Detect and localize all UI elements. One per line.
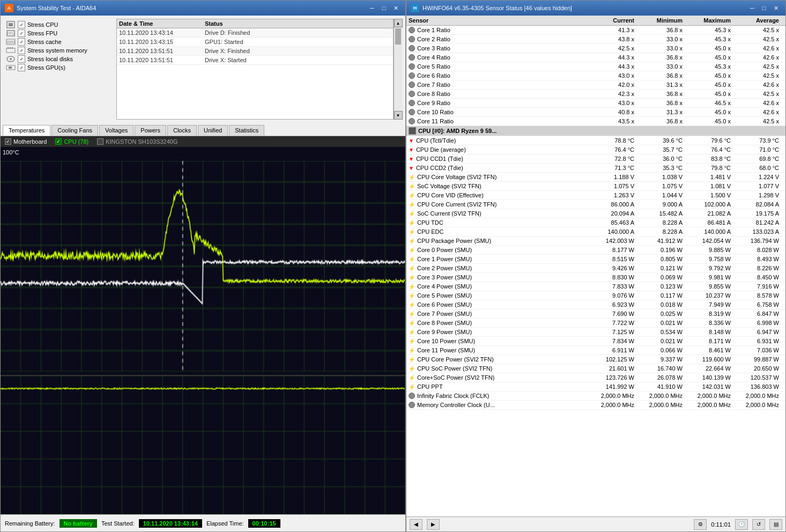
tab-voltages[interactable]: Voltages [99,125,134,136]
stress-cpu-checkbox[interactable]: ✓ [18,21,25,28]
sensor-row: ⚡ CPU Core Power (SVI2 TFN) 102.125 W 9.… [406,355,785,364]
sensor-name: Core 8 Ratio [417,91,450,97]
stress-memory-checkbox[interactable]: ✓ [18,47,25,54]
log-header: Date & Time Status [117,19,393,28]
hwinfo-nav-forward[interactable]: ▶ [427,519,440,530]
sensor-max: 2,000.0 MHz [687,402,735,408]
legend-mb-checkbox[interactable] [5,138,11,145]
battery-value: No battery [60,519,97,528]
legend-kingston-checkbox[interactable] [97,138,103,145]
sensor-row: Infinity Fabric Clock (FCLK) 2,000.0 MHz… [406,391,785,401]
sensor-avg: 69.8 °C [735,156,783,162]
stress-cache-row[interactable]: ✓ Stress cache [6,38,114,46]
sensor-max: 140.000 A [687,228,735,235]
scroll-thumb[interactable] [395,28,401,45]
sensor-max: 142.031 W [687,383,735,390]
log-scrollbar[interactable]: ▲ ▼ [394,19,402,120]
stress-disks-row[interactable]: ✓ Stress local disks [6,55,114,63]
sensor-row: ⚡ Core 3 Power (SMU) 8.830 W 0.069 W 9.9… [406,273,785,282]
sensor-current: 43.0 x [590,100,639,106]
stress-area: ✓ Stress CPU FPU ✓ Stress FPU ✓ Stress c… [1,16,405,123]
tab-unified[interactable]: Unified [198,125,228,136]
sensor-avg: 7.036 W [735,347,783,353]
tab-clocks[interactable]: Clocks [167,125,197,136]
aida-window: A System Stability Test - AIDA64 ─ □ ✕ ✓… [0,0,406,532]
sensor-name-cell: ⚡ CPU EDC [409,228,590,235]
sensor-name: Core 11 Ratio [417,118,454,124]
hwinfo-export-btn[interactable]: ▤ [769,519,782,530]
sensor-current: 21.601 W [590,365,639,372]
lightning-icon: ⚡ [409,247,415,253]
legend-cpu-checkbox[interactable] [55,138,62,145]
sensor-name-cell: ⚡ SoC Voltage (SVI2 TFN) [409,183,590,189]
sensor-current: 7.125 W [590,329,639,335]
circle-icon [409,82,415,88]
stress-gpu-checkbox[interactable]: ✓ [18,64,25,71]
sensor-current: 141.992 W [590,383,639,390]
sensor-row: Core 1 Ratio 41.3 x 36.8 x 45.3 x 42.5 x [406,26,785,35]
tab-statistics[interactable]: Statistics [229,125,264,136]
stress-disks-label: Stress local disks [27,56,73,62]
log-row: 10.11.2020 13:43:15GPU1: Started [117,38,393,47]
sensor-max: 45.0 x [687,72,735,79]
tab-powers[interactable]: Powers [135,125,166,136]
stress-fpu-row[interactable]: FPU ✓ Stress FPU [6,29,114,37]
sensor-name: Core 10 Power (SMU) [417,338,475,344]
sensor-name: CPU CCD1 (Tdie) [416,156,463,162]
sensor-min: 0.805 W [639,256,687,262]
sensor-current: 43.8 x [590,36,639,42]
sensor-row: ⚡ CPU SoC Power (SVI2 TFN) 21.601 W 16.7… [406,364,785,373]
hwinfo-clock-btn[interactable]: 🕐 [735,519,748,530]
hwinfo-settings-btn[interactable]: ⚙ [694,519,707,530]
sensor-row: ⚡ Core 1 Power (SMU) 8.515 W 0.805 W 9.7… [406,255,785,264]
sensor-row: ⚡ CPU TDC 85.463 A 8.228 A 86.481 A 81.2… [406,218,785,227]
sensor-name-cell: ⚡ CPU Package Power (SMU) [409,238,590,244]
sensor-name: Memory Controller Clock (U... [417,402,495,408]
hwinfo-refresh-btn[interactable]: ↺ [752,519,765,530]
legend-kingston[interactable]: KINGSTON SH103S3240G [97,138,177,145]
stress-gpu-row[interactable]: ✓ Stress GPU(s) [6,64,114,71]
sensor-current: 78.8 °C [590,137,639,144]
cpu-canvas [1,376,405,514]
hwinfo-close-button[interactable]: ✕ [770,3,781,13]
scroll-down[interactable]: ▼ [394,111,403,120]
sensor-max: 22.664 W [687,365,735,372]
log-row: 10.11.2020 13:51:51Drive X: Started [117,56,393,65]
sensor-table-body[interactable]: Core 1 Ratio 41.3 x 36.8 x 45.3 x 42.5 x… [406,26,785,516]
stress-cpu-row[interactable]: ✓ Stress CPU [6,21,114,28]
tab-cooling-fans[interactable]: Cooling Fans [51,125,98,136]
stress-disks-checkbox[interactable]: ✓ [18,55,25,63]
sensor-max: 45.0 x [687,45,735,51]
hwinfo-maximize-button[interactable]: □ [759,3,769,13]
hwinfo-minimize-button[interactable]: ─ [747,3,758,13]
legend-motherboard[interactable]: Motherboard [5,138,47,145]
legend-cpu-label: CPU (78) [64,138,88,145]
stress-fpu-checkbox[interactable]: ✓ [18,29,25,37]
sensor-max: 140.139 W [687,374,735,381]
remaining-battery-label: Remaining Battery: [5,520,55,527]
sensor-name-cell: ⚡ CPU SoC Power (SVI2 TFN) [409,365,590,372]
log-entries[interactable]: 10.11.2020 13:43:14Drive D: Finished10.1… [117,28,393,119]
stress-cache-checkbox[interactable]: ✓ [18,38,25,46]
sensor-current: 85.463 A [590,219,639,226]
chart-legend: Motherboard CPU (78) KINGSTON SH103S3240… [1,136,405,147]
sensor-name: Core 1 Power (SMU) [417,256,472,262]
sensor-name: Core 3 Power (SMU) [417,274,472,280]
sensor-avg: 8.226 W [735,265,783,271]
log-status-cell: GPU1: Started [205,39,391,45]
sensor-avg: 42.5 x [735,91,783,97]
hwinfo-nav-back[interactable]: ◀ [410,519,422,530]
legend-cpu[interactable]: CPU (78) [55,138,88,145]
sensor-avg: 136.794 W [735,238,783,244]
scroll-up[interactable]: ▲ [394,19,403,27]
tab-temperatures[interactable]: Temperatures [3,125,50,136]
stress-memory-row[interactable]: ✓ Stress system memory [6,47,114,54]
minimize-button[interactable]: ─ [367,3,377,13]
sensor-min: 36.0 °C [639,156,687,162]
maximize-button[interactable]: □ [379,3,389,13]
sensor-min: 9.000 A [639,201,687,208]
sensor-name: Core 6 Power (SMU) [417,301,472,308]
sensor-row: ⚡ Core 2 Power (SMU) 9.426 W 0.121 W 9.7… [406,264,785,273]
lightning-icon: ⚡ [409,293,415,299]
close-button[interactable]: ✕ [390,3,401,13]
